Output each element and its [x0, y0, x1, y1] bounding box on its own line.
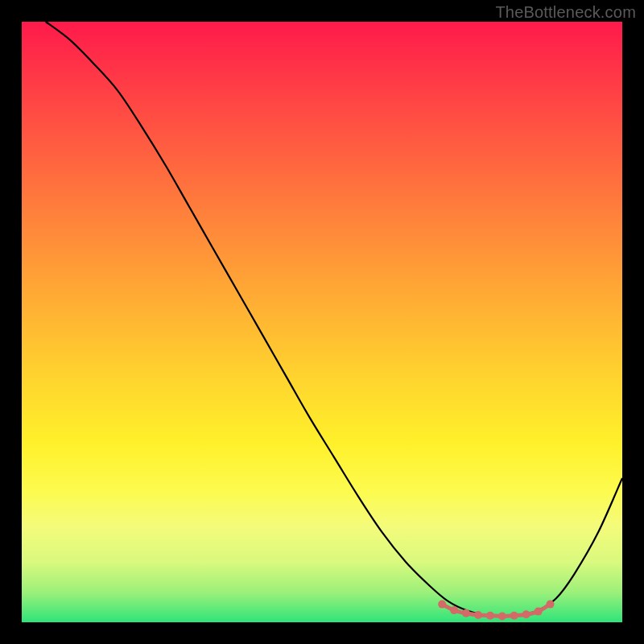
optimum-dot — [438, 601, 446, 609]
curve-line — [46, 22, 622, 617]
optimum-dot — [547, 601, 555, 609]
optimum-dot — [486, 612, 494, 620]
optimum-dot — [474, 611, 482, 619]
watermark-text: TheBottleneck.com — [495, 3, 636, 22]
chart-svg — [0, 0, 644, 644]
optimum-dot — [522, 610, 530, 618]
optimum-dot — [498, 613, 506, 621]
optimum-dot — [535, 608, 543, 616]
optimum-dot — [510, 612, 518, 620]
optimum-dots — [438, 601, 554, 621]
optimum-dot — [450, 606, 458, 614]
bottleneck-curve — [46, 22, 622, 617]
chart-frame: TheBottleneck.com — [0, 0, 644, 644]
optimum-dot — [462, 609, 470, 617]
